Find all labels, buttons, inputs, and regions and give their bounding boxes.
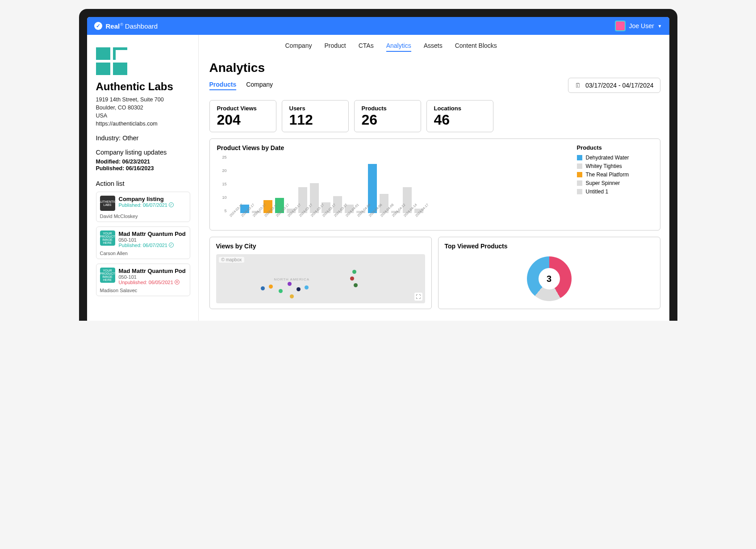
action-status: Published: 06/07/2021 ✓: [119, 243, 186, 248]
subtabs: ProductsCompany: [209, 81, 273, 90]
legend-item: Whitey Tighties: [577, 163, 653, 169]
metric-label: Users: [289, 105, 341, 112]
chevron-down-icon: ▼: [658, 24, 662, 29]
swatch: [577, 180, 582, 186]
map-dot[interactable]: [290, 294, 294, 298]
donut-chart: 3: [527, 256, 572, 301]
topbar: ✓ Real®Dashboard Joe User ▼: [87, 17, 669, 35]
metric-label: Locations: [434, 105, 486, 112]
swatch: [577, 172, 582, 177]
y-axis: 252015105: [217, 155, 227, 213]
swatch: [577, 155, 582, 160]
page-title: Analytics: [209, 61, 660, 75]
company-logo: [96, 47, 127, 75]
action-author: David McCloskey: [100, 214, 186, 219]
map-dot[interactable]: [297, 287, 301, 291]
top-viewed-title: Top Viewed Products: [445, 243, 654, 250]
top-nav: CompanyProductCTAsAnalyticsAssetsContent…: [285, 40, 660, 52]
nav-analytics[interactable]: Analytics: [386, 40, 411, 52]
map-dot[interactable]: [352, 270, 356, 274]
subtab-products[interactable]: Products: [209, 81, 237, 90]
map-dot[interactable]: [279, 289, 283, 293]
legend-item: Dehydrated Water: [577, 155, 653, 161]
legend-title: Products: [577, 144, 653, 151]
metric-value: 46: [434, 112, 486, 128]
top-viewed-card: Top Viewed Products 3: [438, 237, 660, 309]
metric-card: Products26: [354, 100, 421, 132]
metric-label: Products: [362, 105, 414, 112]
thumbnail: YOUR PRODUCT IMAGE HERE: [100, 230, 115, 246]
company-name: Authentic Labs: [96, 80, 190, 93]
action-card[interactable]: YOUR PRODUCT IMAGE HEREMad Mattr Quantum…: [96, 226, 190, 259]
map-dot[interactable]: [354, 283, 358, 287]
date-range-value: 03/17/2024 - 04/17/2024: [585, 82, 654, 89]
nav-assets[interactable]: Assets: [424, 40, 443, 52]
calendar-icon: 🗓: [575, 82, 581, 89]
legend-item: The Real Platform: [577, 172, 653, 178]
nav-content-blocks[interactable]: Content Blocks: [455, 40, 497, 52]
legend-item: Super Spinner: [577, 180, 653, 186]
swatch: [577, 163, 582, 169]
swatch: [577, 189, 582, 194]
registered-mark: ®: [120, 22, 123, 27]
metric-label: Product Views: [217, 105, 269, 112]
map-dot[interactable]: [261, 286, 265, 290]
donut-center-value: 3: [527, 256, 572, 301]
fullscreen-icon[interactable]: ⛶: [414, 293, 422, 301]
action-author: Carson Allen: [100, 251, 186, 256]
x-axis: 2024-03-172024-03-172024-03-172024-03-17…: [217, 215, 568, 227]
metric-value: 112: [289, 112, 341, 128]
sidebar: Authentic Labs 1919 14th Street, Suite 7…: [87, 35, 199, 321]
map-dot[interactable]: [350, 277, 354, 281]
main-content: CompanyProductCTAsAnalyticsAssetsContent…: [199, 35, 669, 321]
nav-ctas[interactable]: CTAs: [359, 40, 374, 52]
nav-company[interactable]: Company: [285, 40, 312, 52]
chart-card: Product Views by Date 252015105 2024-03-…: [209, 138, 660, 230]
user-menu[interactable]: Joe User ▼: [615, 21, 662, 31]
action-title: Mad Mattr Quantum Pod: [119, 268, 186, 274]
action-status: Unpublished: 06/05/2021 ✕: [119, 280, 186, 285]
metric-value: 26: [362, 112, 414, 128]
action-card[interactable]: AUTHENTIC LABSCompany listingPublished: …: [96, 192, 190, 222]
date-range-picker[interactable]: 🗓 03/17/2024 - 04/17/2024: [568, 78, 660, 93]
action-title: Mad Mattr Quantum Pod: [119, 230, 186, 237]
map-dot[interactable]: [269, 285, 273, 289]
brand: ✓ Real®Dashboard: [94, 22, 158, 30]
legend-item: Untitled 1: [577, 189, 653, 195]
company-address: 1919 14th Street, Suite 700 Boulder, CO …: [96, 96, 190, 128]
action-sku: 050-101: [119, 237, 186, 243]
action-author: Madison Salavec: [100, 288, 186, 293]
brand-sub: Dashboard: [125, 22, 158, 30]
action-list-title: Action list: [96, 180, 190, 187]
map-dot[interactable]: [288, 282, 292, 286]
avatar: [615, 21, 626, 31]
check-circle-icon: ✓: [94, 22, 102, 30]
region-label: NORTH AMERICA: [274, 277, 310, 281]
map-dot[interactable]: [305, 285, 309, 289]
map-attribution: © mapbox: [219, 257, 245, 263]
thumbnail: AUTHENTIC LABS: [100, 196, 115, 211]
user-name: Joe User: [629, 22, 654, 29]
action-sku: 050-101: [119, 274, 186, 280]
metric-card: Locations46: [426, 100, 493, 132]
modified-date: Modified: 06/23/2021: [96, 159, 190, 165]
views-by-city-card: Views by City © mapbox NORTH AMERICA ⛶: [209, 237, 432, 309]
thumbnail: YOUR PRODUCT IMAGE HERE: [100, 268, 115, 283]
action-card[interactable]: YOUR PRODUCT IMAGE HEREMad Mattr Quantum…: [96, 264, 190, 296]
updates-title: Company listing updates: [96, 149, 190, 156]
nav-product[interactable]: Product: [324, 40, 346, 52]
action-title: Company listing: [119, 196, 174, 202]
chart-title: Product Views by Date: [217, 144, 568, 151]
chart-legend: Products Dehydrated WaterWhitey Tighties…: [577, 144, 653, 227]
published-date: Published: 06/16/2023: [96, 165, 190, 172]
map[interactable]: © mapbox NORTH AMERICA ⛶: [216, 254, 425, 303]
metric-card: Users112: [282, 100, 349, 132]
views-by-city-title: Views by City: [216, 243, 425, 250]
action-status: Published: 06/07/2021 ✓: [119, 202, 174, 208]
subtab-company[interactable]: Company: [246, 81, 273, 90]
metric-value: 204: [217, 112, 269, 128]
brand-name: Real: [106, 22, 120, 30]
metric-row: Product Views204Users112Products26Locati…: [209, 100, 660, 132]
laptop-frame: ✓ Real®Dashboard Joe User ▼ Authentic La…: [79, 9, 677, 321]
metric-card: Product Views204: [209, 100, 276, 132]
